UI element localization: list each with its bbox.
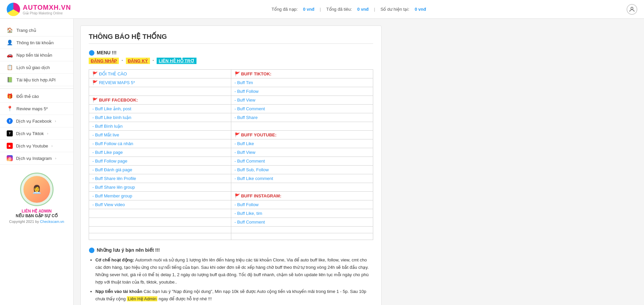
page-title: THÔNG BÁO HỆ THỐNG	[89, 33, 373, 44]
buff-follow-ig-link[interactable]: - Buff Follow	[235, 202, 259, 207]
buff-view-yt-link[interactable]: - Buff View	[235, 150, 255, 155]
buff-follow-page-link[interactable]: - Buff Follow page	[92, 159, 128, 164]
buff-danh-gia-page-link[interactable]: - Buff Đánh giá page	[92, 167, 132, 172]
total-nap-value: 0 vnđ	[303, 7, 314, 12]
table-row: - Buff View video - Buff Follow	[89, 200, 373, 209]
buff-follow-tiktok-link[interactable]: - Buff Follow	[235, 89, 259, 94]
checkscam-link[interactable]: Checkscam.vn	[40, 220, 64, 224]
so-du-label: Số dư hiện tại:	[381, 7, 409, 12]
buff-like-tim-ig-link[interactable]: - Buff Like, tim	[235, 211, 262, 216]
buff-share-group-link[interactable]: - Buff Share lên group	[92, 185, 135, 190]
content-box: THÔNG BÁO HỆ THỐNG ⬤ MENU !!! ĐĂNG NHẬP …	[80, 25, 382, 305]
sidebar-item-thong-tin[interactable]: 👤 Thông tin tài khoản	[0, 37, 73, 49]
buff-like-anh-post-link[interactable]: - Buff Like ảnh, post	[92, 106, 131, 111]
admin-subtitle: NẾU BẠN GẶP SỰ CỐ	[5, 213, 68, 218]
so-du-value: 0 vnđ	[415, 7, 426, 12]
buff-view-tiktok-link[interactable]: - Buff View	[235, 98, 255, 103]
total-tieu-value: 0 vnđ	[357, 7, 369, 12]
table-row: - Buff Like ảnh, post - Buff Comment	[89, 105, 373, 113]
buff-youtube-label: BUFF YOUTUBE:	[241, 132, 276, 137]
dash-2: -	[153, 58, 154, 64]
table-row: - Buff Mắt live 🚩 BUFF YOUTUBE:	[89, 131, 373, 139]
review-maps-link[interactable]: REVIEW MAPS 5*	[99, 80, 135, 85]
sidebar-label-instagram: Dịch vụ Instagram	[16, 156, 52, 161]
buff-instagram-label: BUFF INSTAGRAM:	[241, 193, 281, 198]
sidebar: 🏠 Trang chủ 👤 Thông tin tài khoản 🚗 Nạp …	[0, 19, 74, 305]
pin-icon: 📍	[7, 106, 13, 112]
table-row: - Buff Like bình luận - Buff Share	[89, 113, 373, 122]
buff-follow-ca-nhan-link[interactable]: - Buff Follow cá nhân	[92, 141, 133, 146]
table-row: - Buff Like, tim	[89, 209, 373, 218]
buff-like-binh-luan-link[interactable]: - Buff Like bình luận	[92, 115, 131, 120]
table-row: 🚩 REVIEW MAPS 5* - Buff Tim	[89, 78, 373, 87]
blue-dot-menu: ⬤	[89, 49, 95, 56]
notes-list: Cơ chế hoạt động: Automxh nuôi và sử dụn…	[89, 256, 373, 305]
table-row: - Buff Share lên group	[89, 183, 373, 192]
admin-avatar: 👩‍💼	[20, 173, 54, 206]
table-row: - Buff Follow page - Buff Comment	[89, 157, 373, 166]
buff-like-comment-link[interactable]: - Buff Like comment	[235, 176, 273, 181]
sidebar-item-instagram[interactable]: ◎ Dịch vụ Instagram ›	[0, 152, 73, 165]
history-icon: 📋	[7, 64, 13, 70]
services-table: 🚩 ĐỔI THẺ CÀO 🚩 BUFF TIKTOK: 🚩 REVIEW MA…	[89, 69, 373, 240]
sidebar-item-tai-lieu[interactable]: 📗 Tài liệu tích hợp API	[0, 74, 73, 86]
buff-mat-live-link[interactable]: - Buff Mắt live	[92, 132, 119, 137]
sidebar-item-youtube[interactable]: ▶ Dịch vụ Youtube ›	[0, 140, 73, 152]
notes-section: ⬤ Những lưu ý bạn nên biết !!! Cơ chế ho…	[89, 247, 373, 305]
buff-view-video-link[interactable]: - Buff View video	[92, 202, 125, 207]
logo: AUTOMXH.VN Giải Pháp Maketing Online	[7, 3, 71, 16]
table-row: 🚩 ĐỔI THẺ CÀO 🚩 BUFF TIKTOK:	[89, 70, 373, 78]
dang-ky-link[interactable]: ĐĂNG KÝ	[126, 58, 150, 64]
note-keyword-2: Nạp tiền vào tài khoản	[95, 289, 142, 294]
buff-tiktok-label: BUFF TIKTOK:	[241, 71, 271, 76]
layout: 🏠 Trang chủ 👤 Thông tin tài khoản 🚗 Nạp …	[0, 19, 644, 305]
buff-like-page-link[interactable]: - Buff Like page	[92, 150, 123, 155]
total-tieu-label: Tổng đã tiêu:	[326, 7, 352, 12]
buff-sub-follow-link[interactable]: - Buff Sub, Follow	[235, 167, 269, 172]
total-nap-label: Tổng đã nạp:	[271, 7, 298, 12]
facebook-icon: f	[7, 118, 13, 124]
user-avatar-button[interactable]	[627, 4, 637, 15]
buff-like-yt-link[interactable]: - Buff Like	[235, 141, 254, 146]
admin-label: LIÊN HỆ ADMIN	[5, 209, 68, 213]
sidebar-item-review-maps[interactable]: 📍 Review maps 5*	[0, 103, 73, 115]
buff-facebook-label: BUFF FACEBOOK:	[99, 98, 138, 103]
sidebar-item-trang-chu[interactable]: 🏠 Trang chủ	[0, 24, 73, 37]
svg-point-0	[631, 7, 633, 9]
sidebar-item-tiktok[interactable]: T Dịch vụ Tiktok ›	[0, 127, 73, 140]
buff-share-profile-link[interactable]: - Buff Share lên Profile	[92, 176, 136, 181]
sidebar-item-doi-the-cao[interactable]: 🎁 Đổi thẻ cào	[0, 90, 73, 103]
user-icon: 👤	[7, 40, 13, 46]
logo-text-block: AUTOMXH.VN Giải Pháp Maketing Online	[23, 4, 71, 15]
car-icon: 🚗	[7, 52, 13, 58]
sidebar-label-facebook: Dịch vụ Facebook	[16, 119, 52, 124]
lien-he-ho-tro-link[interactable]: LIÊN HỆ HỖ TRỢ	[157, 58, 196, 64]
sidebar-label-thong-tin: Thông tin tài khoản	[16, 40, 54, 45]
buff-binh-luan-link[interactable]: - Buff Bình luận	[92, 124, 123, 129]
dang-nhap-link[interactable]: ĐĂNG NHẬP	[89, 58, 119, 64]
table-row: - Buff Share lên Profile - Buff Like com…	[89, 174, 373, 183]
sidebar-label-nap-tien: Nạp tiền tài khoản	[16, 53, 52, 58]
sidebar-item-lich-su[interactable]: 📋 Lịch sử giao dịch	[0, 61, 73, 74]
header: AUTOMXH.VN Giải Pháp Maketing Online Tổn…	[0, 0, 644, 19]
table-row	[89, 227, 373, 233]
sidebar-divider	[0, 86, 73, 89]
buff-member-group-link[interactable]: - Buff Member group	[92, 193, 132, 198]
buff-comment-yt-link[interactable]: - Buff Comment	[235, 159, 265, 164]
table-row: - Buff Follow	[89, 87, 373, 96]
doi-the-cao-link[interactable]: ĐỔI THẺ CÀO	[99, 71, 127, 76]
logo-tagline: Giải Pháp Maketing Online	[23, 11, 71, 15]
sidebar-item-facebook[interactable]: f Dịch vụ Facebook ›	[0, 115, 73, 127]
table-row: - Buff Member group 🚩 BUFF INSTAGRAM:	[89, 192, 373, 200]
expand-arrow-instagram: ›	[55, 157, 56, 160]
buff-comment-ig-link[interactable]: - Buff Comment	[235, 220, 265, 225]
sidebar-label-lich-su: Lịch sử giao dịch	[16, 65, 50, 70]
buff-comment-tiktok-link[interactable]: - Buff Comment	[235, 106, 265, 111]
sidebar-item-nap-tien[interactable]: 🚗 Nạp tiền tài khoản	[0, 49, 73, 61]
buff-share-tiktok-link[interactable]: - Buff Share	[235, 115, 258, 120]
expand-arrow-tiktok: ›	[47, 132, 48, 135]
notes-title-text: Những lưu ý bạn nên biết !!!	[97, 247, 160, 253]
expand-arrow-youtube: ›	[52, 144, 53, 148]
logo-domain: .VN	[59, 4, 71, 11]
buff-tim-link[interactable]: - Buff Tim	[235, 80, 253, 85]
